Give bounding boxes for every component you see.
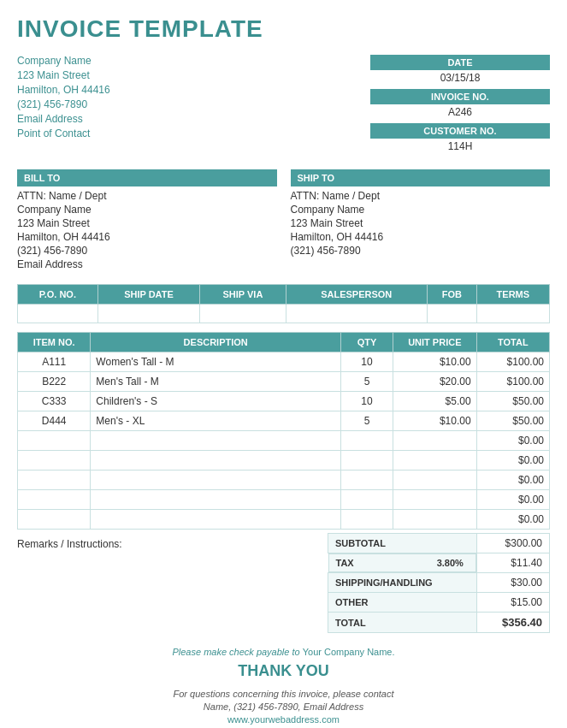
- item-unit: $10.00: [393, 352, 477, 372]
- po-header-salesperson: SALESPERSON: [286, 285, 427, 305]
- bottom-section: Remarks / Instructions: SUBTOTAL $300.00…: [17, 533, 550, 633]
- check-payable: Please make check payable to Your Compan…: [17, 647, 550, 657]
- bill-address1: 123 Main Street: [17, 217, 277, 229]
- po-header-shipvia: SHIP VIA: [200, 285, 286, 305]
- table-row: A111 Women's Tall - M 10 $10.00 $100.00: [18, 352, 550, 372]
- po-header-shipdate: SHIP DATE: [97, 285, 200, 305]
- item-unit: [393, 490, 477, 510]
- item-qty: 5: [341, 372, 393, 392]
- item-qty: [341, 510, 393, 530]
- item-unit: [393, 451, 477, 471]
- tax-value: $11.40: [476, 553, 549, 573]
- shipping-value: $30.00: [476, 573, 549, 593]
- item-desc: [91, 490, 341, 510]
- items-header-qty: QTY: [341, 333, 393, 352]
- ship-company: Company Name: [291, 204, 551, 216]
- ship-to-header: SHIP TO: [291, 169, 551, 186]
- po-header-po: P.O. NO.: [18, 285, 98, 305]
- total-row: TOTAL $356.40: [328, 613, 550, 633]
- shipping-label: SHIPPING/HANDLING: [328, 573, 477, 593]
- other-value: $15.00: [476, 593, 549, 613]
- items-header-desc: DESCRIPTION: [91, 333, 341, 352]
- check-text: Please make check payable to: [172, 647, 299, 657]
- item-qty: 10: [341, 352, 393, 372]
- customer-value: 114H: [370, 139, 550, 156]
- item-total: $0.00: [476, 471, 549, 490]
- check-company: Your Company Name.: [303, 647, 395, 657]
- ship-phone: (321) 456-7890: [291, 245, 551, 257]
- tax-row: TAX 3.80% $11.40: [328, 553, 550, 573]
- footer-contact-line2: Name, (321) 456-7890, Email Address: [17, 701, 550, 712]
- invoice-value: A246: [370, 104, 550, 121]
- totals-section: SUBTOTAL $300.00 TAX 3.80% $11.40 SHIPPI…: [328, 533, 550, 633]
- item-no: D444: [18, 411, 91, 431]
- table-row: D444 Men's - XL 5 $10.00 $50.00: [18, 411, 550, 431]
- totals-table: SUBTOTAL $300.00 TAX 3.80% $11.40 SHIPPI…: [328, 533, 550, 633]
- bill-attn: ATTN: Name / Dept: [17, 190, 277, 202]
- table-row: $0.00: [18, 471, 550, 490]
- bill-ship-section: BILL TO ATTN: Name / Dept Company Name 1…: [17, 169, 550, 272]
- customer-label: CUSTOMER NO.: [370, 123, 550, 139]
- item-no: A111: [18, 352, 91, 372]
- table-row: $0.00: [18, 510, 550, 530]
- items-header-unit: UNIT PRICE: [393, 333, 477, 352]
- item-desc: Children's - S: [91, 392, 341, 411]
- company-address1: 123 Main Street: [17, 69, 110, 81]
- bill-to-header: BILL TO: [17, 169, 277, 186]
- bill-to-box: BILL TO ATTN: Name / Dept Company Name 1…: [17, 169, 277, 272]
- date-label: DATE: [370, 55, 550, 70]
- tax-label-cell: TAX 3.80%: [328, 553, 476, 572]
- item-no: [18, 510, 91, 530]
- po-header-fob: FOB: [427, 285, 476, 305]
- item-no: [18, 471, 91, 490]
- bill-phone: (321) 456-7890: [17, 245, 277, 257]
- company-phone: (321) 456-7890: [17, 98, 110, 110]
- page-title: INVOICE TEMPLATE: [17, 15, 550, 43]
- item-qty: [341, 451, 393, 471]
- date-value: 03/15/18: [370, 70, 550, 87]
- item-qty: [341, 471, 393, 490]
- table-row: B222 Men's Tall - M 5 $20.00 $100.00: [18, 372, 550, 392]
- table-row: $0.00: [18, 451, 550, 471]
- item-desc: [91, 431, 341, 451]
- date-row: DATE 03/15/18: [370, 55, 550, 87]
- item-unit: $10.00: [393, 411, 477, 431]
- subtotal-row: SUBTOTAL $300.00: [328, 534, 550, 553]
- item-total: $0.00: [476, 451, 549, 471]
- item-unit: [393, 471, 477, 490]
- remarks-label: Remarks / Instructions:: [17, 538, 122, 550]
- item-total: $0.00: [476, 490, 549, 510]
- customer-row: CUSTOMER NO. 114H: [370, 123, 550, 156]
- ship-address2: Hamilton, OH 44416: [291, 231, 551, 243]
- footer-section: Please make check payable to Your Compan…: [17, 647, 550, 725]
- thank-you: THANK YOU: [17, 662, 550, 680]
- item-unit: [393, 510, 477, 530]
- total-value: $356.40: [476, 613, 549, 633]
- item-qty: 10: [341, 392, 393, 411]
- item-no: [18, 451, 91, 471]
- tax-label: TAX: [336, 558, 354, 568]
- bill-email: Email Address: [17, 258, 277, 270]
- ship-attn: ATTN: Name / Dept: [291, 190, 551, 202]
- ship-address1: 123 Main Street: [291, 217, 551, 229]
- item-qty: [341, 490, 393, 510]
- company-email: Email Address: [17, 113, 110, 125]
- item-qty: [341, 431, 393, 451]
- item-unit: [393, 431, 477, 451]
- item-desc: [91, 451, 341, 471]
- bill-company: Company Name: [17, 204, 277, 216]
- item-no: [18, 431, 91, 451]
- remarks-section: Remarks / Instructions:: [17, 533, 328, 633]
- invoice-label: INVOICE NO.: [370, 89, 550, 104]
- item-total: $50.00: [476, 411, 549, 431]
- item-desc: [91, 471, 341, 490]
- footer-website: www.yourwebaddress.com: [17, 714, 550, 725]
- table-row: $0.00: [18, 490, 550, 510]
- subtotal-label: SUBTOTAL: [328, 534, 477, 553]
- other-row: OTHER $15.00: [328, 593, 550, 613]
- po-header-terms: TERMS: [476, 285, 549, 305]
- item-no: [18, 490, 91, 510]
- other-label: OTHER: [328, 593, 477, 613]
- ship-to-address: ATTN: Name / Dept Company Name 123 Main …: [291, 190, 551, 257]
- item-qty: 5: [341, 411, 393, 431]
